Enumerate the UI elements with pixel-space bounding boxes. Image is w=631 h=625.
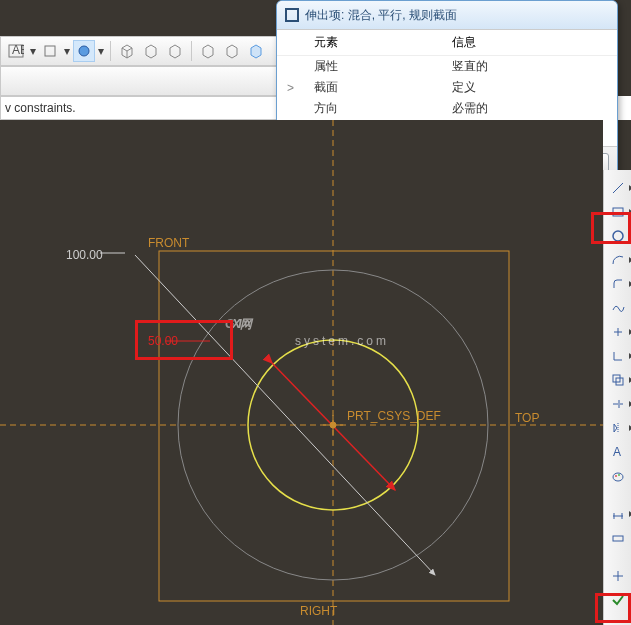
label-right: RIGHT <box>300 604 338 618</box>
dialog-icon <box>285 8 299 22</box>
spline-tool-icon[interactable] <box>608 298 628 318</box>
line-tool-icon[interactable] <box>608 178 628 198</box>
label-front: FRONT <box>148 236 190 250</box>
main-toolbar: AB▾ ▾ ▾ <box>0 36 280 66</box>
svg-text:A: A <box>613 445 621 459</box>
dim-outer: 100.00 <box>66 248 103 262</box>
toolbar-separator <box>191 41 192 61</box>
tool-sphere-icon[interactable] <box>73 40 95 62</box>
done-tool-icon[interactable] <box>608 590 628 610</box>
tool-cube4-icon[interactable] <box>197 40 219 62</box>
fillet-tool-icon[interactable] <box>608 274 628 294</box>
tool-cube6-icon[interactable] <box>245 40 267 62</box>
label-csys: PRT_CSYS_DEF <box>347 409 441 423</box>
svg-point-15 <box>330 422 336 428</box>
tool-cube3-icon[interactable] <box>164 40 186 62</box>
table-row[interactable]: 方向必需的 <box>277 98 617 119</box>
right-toolbar: A <box>603 170 631 625</box>
model-canvas[interactable]: 100.00 50.00 FRONT RIGHT TOP PRT_CSYS_DE… <box>0 120 603 625</box>
svg-point-32 <box>618 474 620 476</box>
tool-cube1-icon[interactable] <box>116 40 138 62</box>
dropdown-icon[interactable]: ▾ <box>97 44 105 58</box>
text-tool-icon[interactable]: A <box>608 442 628 462</box>
toolbar-row2 <box>0 66 280 96</box>
status-text: v constraints. <box>5 101 76 115</box>
mirror-tool-icon[interactable] <box>608 418 628 438</box>
col-element: 元素 <box>304 30 442 56</box>
tool-cube2-icon[interactable] <box>140 40 162 62</box>
sketch-svg: 100.00 50.00 FRONT RIGHT TOP PRT_CSYS_DE… <box>0 120 603 625</box>
col-info: 信息 <box>442 30 617 56</box>
dialog-titlebar[interactable]: 伸出项: 混合, 平行, 规则截面 <box>277 1 617 29</box>
offset-tool-icon[interactable] <box>608 370 628 390</box>
tool-cube5-icon[interactable] <box>221 40 243 62</box>
toolbar-separator <box>110 41 111 61</box>
drag-tool-icon[interactable] <box>608 566 628 586</box>
svg-point-18 <box>613 231 623 241</box>
rect-tool-icon[interactable] <box>608 202 628 222</box>
palette-tool-icon[interactable] <box>608 466 628 486</box>
dropdown-icon[interactable]: ▾ <box>63 44 71 58</box>
dim-inner: 50.00 <box>148 334 178 348</box>
status-bar: v constraints. <box>0 96 280 120</box>
label-top: TOP <box>515 411 539 425</box>
dim-tool-icon[interactable] <box>608 504 628 524</box>
svg-line-16 <box>613 183 623 193</box>
circle-tool-icon[interactable] <box>608 226 628 246</box>
modify-tool-icon[interactable] <box>608 528 628 548</box>
svg-point-31 <box>615 475 617 477</box>
table-row[interactable]: 属性竖直的 <box>277 56 617 78</box>
svg-rect-36 <box>613 536 623 541</box>
svg-point-30 <box>613 473 623 481</box>
svg-rect-2 <box>45 46 55 56</box>
point-tool-icon[interactable] <box>608 322 628 342</box>
svg-text:AB: AB <box>12 44 24 57</box>
svg-rect-17 <box>613 208 623 216</box>
tool-box-icon[interactable] <box>39 40 61 62</box>
svg-point-3 <box>79 46 89 56</box>
dropdown-icon[interactable]: ▾ <box>29 44 37 58</box>
axis-tool-icon[interactable] <box>608 346 628 366</box>
trim-tool-icon[interactable] <box>608 394 628 414</box>
table-row[interactable]: >截面定义 <box>277 77 617 98</box>
tool-text-icon[interactable]: AB <box>5 40 27 62</box>
arc-tool-icon[interactable] <box>608 250 628 270</box>
dialog-title: 伸出项: 混合, 平行, 规则截面 <box>305 7 457 24</box>
